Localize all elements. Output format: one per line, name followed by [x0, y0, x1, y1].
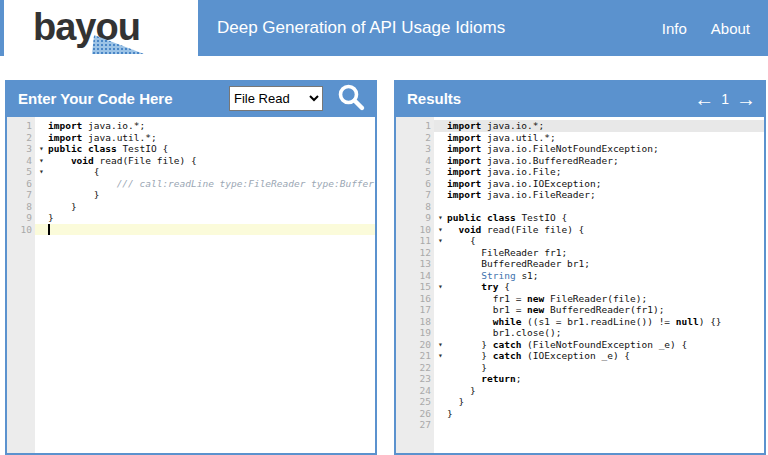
example-selector[interactable]: File Read — [229, 86, 323, 111]
code-text: import java.io.*; — [447, 120, 764, 132]
logo[interactable]: bayou — [4, 0, 198, 56]
code-line[interactable]: 9▾public class TestIO { — [396, 212, 764, 224]
line-number: 5 — [7, 166, 35, 178]
code-line[interactable]: 7 } — [7, 189, 375, 201]
fold-spacer — [434, 362, 447, 374]
fold-spacer — [434, 143, 447, 155]
code-line[interactable]: 8 } — [7, 201, 375, 213]
nav-link-about[interactable]: About — [711, 20, 750, 37]
code-line[interactable]: 19 br1.close(); — [396, 327, 764, 339]
fold-spacer — [35, 224, 48, 236]
results-editor[interactable]: 1import java.io.*;2import java.util.*;3i… — [394, 117, 766, 455]
code-line[interactable]: 26} — [396, 408, 764, 420]
fold-arrow-icon[interactable]: ▾ — [35, 155, 48, 167]
code-text: } — [447, 385, 764, 397]
line-number: 23 — [396, 373, 434, 385]
code-text — [447, 201, 764, 213]
fold-spacer — [434, 247, 447, 259]
search-button[interactable] — [335, 83, 367, 115]
code-line[interactable]: 1import java.io.*; — [396, 120, 764, 132]
code-text: void read(File file) { — [48, 155, 375, 167]
fold-spacer — [434, 419, 447, 431]
fold-spacer — [35, 178, 48, 190]
code-line[interactable]: 11▾ { — [396, 235, 764, 247]
code-line[interactable]: 5import java.io.File; — [396, 166, 764, 178]
code-line[interactable]: 14 String s1; — [396, 270, 764, 282]
code-text: import java.io.FileNotFoundException; — [447, 143, 764, 155]
code-line[interactable]: 4import java.io.BufferedReader; — [396, 155, 764, 167]
code-text: } — [447, 362, 764, 374]
line-number: 18 — [396, 316, 434, 328]
code-text: public class TestIO { — [48, 143, 375, 155]
code-line[interactable]: 25 } — [396, 396, 764, 408]
code-input-editor[interactable]: 1import java.io.*;2import java.util.*;3▾… — [5, 117, 377, 455]
code-input-panel-title: Enter Your Code Here — [18, 90, 229, 107]
code-line[interactable]: 2import java.util.*; — [396, 132, 764, 144]
line-number: 24 — [396, 385, 434, 397]
fold-arrow-icon[interactable]: ▾ — [434, 281, 447, 293]
code-line[interactable]: 21▾ } catch (IOException _e) { — [396, 350, 764, 362]
fold-spacer — [434, 132, 447, 144]
code-text: fr1 = new FileReader(file); — [447, 293, 764, 305]
results-pager: ← 1 → — [694, 89, 756, 109]
fold-arrow-icon[interactable]: ▾ — [434, 350, 447, 362]
code-text: } — [48, 212, 375, 224]
code-line[interactable]: 12 FileReader fr1; — [396, 247, 764, 259]
code-line[interactable]: 10 — [7, 224, 375, 236]
line-number: 17 — [396, 304, 434, 316]
fold-arrow-icon[interactable]: ▾ — [35, 166, 48, 178]
fold-arrow-icon[interactable]: ▾ — [434, 212, 447, 224]
code-text: public class TestIO { — [447, 212, 764, 224]
prev-result-button[interactable]: ← — [694, 89, 714, 109]
fold-arrow-icon[interactable]: ▾ — [35, 143, 48, 155]
code-line[interactable]: 8 — [396, 201, 764, 213]
code-line[interactable]: 18 while ((s1 = br1.readLine()) != null)… — [396, 316, 764, 328]
code-text: } — [447, 396, 764, 408]
nav-link-info[interactable]: Info — [662, 20, 687, 37]
code-line[interactable]: 22 } — [396, 362, 764, 374]
code-text: import java.util.*; — [447, 132, 764, 144]
code-line[interactable]: 10▾ void read(File file) { — [396, 224, 764, 236]
code-text: return; — [447, 373, 764, 385]
code-line[interactable]: 16 fr1 = new FileReader(file); — [396, 293, 764, 305]
code-line[interactable]: 24 } — [396, 385, 764, 397]
magnifier-icon — [336, 82, 366, 115]
code-line[interactable]: 4▾ void read(File file) { — [7, 155, 375, 167]
line-number: 1 — [396, 120, 434, 132]
nav-links: Info About — [662, 0, 750, 56]
code-line[interactable]: 2import java.util.*; — [7, 132, 375, 144]
line-number: 9 — [7, 212, 35, 224]
code-text: import java.util.*; — [48, 132, 375, 144]
code-line[interactable]: 1import java.io.*; — [7, 120, 375, 132]
code-text: } — [447, 408, 764, 420]
results-panel-title: Results — [407, 90, 694, 107]
code-text: import java.io.FileReader; — [447, 189, 764, 201]
code-line[interactable]: 3import java.io.FileNotFoundException; — [396, 143, 764, 155]
fold-spacer — [434, 327, 447, 339]
code-text: String s1; — [447, 270, 764, 282]
logo-text: bayou — [33, 1, 140, 53]
fold-arrow-icon[interactable]: ▾ — [434, 224, 447, 236]
code-line[interactable]: 7import java.io.FileReader; — [396, 189, 764, 201]
code-line[interactable]: 23 return; — [396, 373, 764, 385]
line-number: 14 — [396, 270, 434, 282]
code-line[interactable]: 6import java.io.IOException; — [396, 178, 764, 190]
fold-spacer — [434, 258, 447, 270]
code-line[interactable]: 27 — [396, 419, 764, 431]
code-line[interactable]: 9} — [7, 212, 375, 224]
line-number: 1 — [7, 120, 35, 132]
next-result-button[interactable]: → — [736, 89, 756, 109]
fold-arrow-icon[interactable]: ▾ — [434, 339, 447, 351]
code-line[interactable]: 15▾ try { — [396, 281, 764, 293]
fold-arrow-icon[interactable]: ▾ — [434, 235, 447, 247]
code-line[interactable]: 20▾ } catch (FileNotFoundException _e) { — [396, 339, 764, 351]
code-line[interactable]: 6 /// call:readLine type:FileReader type… — [7, 178, 375, 190]
line-number: 13 — [396, 258, 434, 270]
code-line[interactable]: 17 br1 = new BufferedReader(fr1); — [396, 304, 764, 316]
code-line[interactable]: 13 BufferedReader br1; — [396, 258, 764, 270]
code-text: import java.io.IOException; — [447, 178, 764, 190]
code-line[interactable]: 3▾public class TestIO { — [7, 143, 375, 155]
code-line[interactable]: 5▾ { — [7, 166, 375, 178]
text-cursor — [48, 224, 50, 235]
line-number: 20 — [396, 339, 434, 351]
